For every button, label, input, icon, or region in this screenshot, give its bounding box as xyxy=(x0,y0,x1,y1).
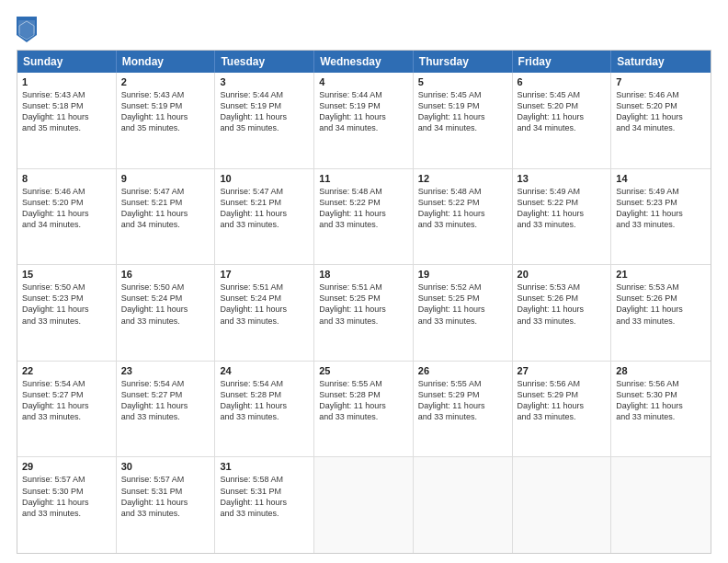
cal-cell-day-21: 21Sunrise: 5:53 AMSunset: 5:26 PMDayligh… xyxy=(611,265,711,361)
day-number: 3 xyxy=(220,76,309,87)
header-day-sunday: Sunday xyxy=(17,51,117,73)
day-number: 20 xyxy=(518,269,607,280)
day-number: 9 xyxy=(121,173,210,184)
day-number: 13 xyxy=(518,173,607,184)
day-number: 10 xyxy=(220,173,309,184)
day-number: 5 xyxy=(418,76,507,87)
day-number: 2 xyxy=(121,76,210,87)
day-number: 29 xyxy=(22,461,111,472)
cal-row-1: 1Sunrise: 5:43 AMSunset: 5:18 PMDaylight… xyxy=(17,73,711,168)
cell-info: Sunrise: 5:56 AMSunset: 5:30 PMDaylight:… xyxy=(616,378,706,423)
day-number: 15 xyxy=(22,269,111,280)
cell-info: Sunrise: 5:56 AMSunset: 5:29 PMDaylight:… xyxy=(518,378,607,423)
cal-cell-day-28: 28Sunrise: 5:56 AMSunset: 5:30 PMDayligh… xyxy=(611,362,711,457)
day-number: 14 xyxy=(616,173,706,184)
cal-cell-day-18: 18Sunrise: 5:51 AMSunset: 5:25 PMDayligh… xyxy=(314,265,414,361)
cal-cell-day-30: 30Sunrise: 5:57 AMSunset: 5:31 PMDayligh… xyxy=(117,457,216,553)
day-number: 12 xyxy=(418,173,507,184)
cal-cell-day-19: 19Sunrise: 5:52 AMSunset: 5:25 PMDayligh… xyxy=(414,265,513,361)
cal-cell-day-27: 27Sunrise: 5:56 AMSunset: 5:29 PMDayligh… xyxy=(513,362,612,457)
day-number: 1 xyxy=(22,76,111,87)
day-number: 24 xyxy=(220,365,309,376)
header-day-monday: Monday xyxy=(117,51,216,73)
cal-cell-day-15: 15Sunrise: 5:50 AMSunset: 5:23 PMDayligh… xyxy=(17,265,117,361)
day-number: 30 xyxy=(121,461,210,472)
logo xyxy=(17,17,40,42)
cell-info: Sunrise: 5:44 AMSunset: 5:19 PMDaylight:… xyxy=(319,89,408,134)
cal-cell-day-12: 12Sunrise: 5:48 AMSunset: 5:22 PMDayligh… xyxy=(414,169,513,265)
day-number: 6 xyxy=(518,76,607,87)
cell-info: Sunrise: 5:50 AMSunset: 5:24 PMDaylight:… xyxy=(121,282,210,327)
header-day-wednesday: Wednesday xyxy=(314,51,414,73)
cell-info: Sunrise: 5:46 AMSunset: 5:20 PMDaylight:… xyxy=(22,186,111,231)
cell-info: Sunrise: 5:45 AMSunset: 5:19 PMDaylight:… xyxy=(418,89,507,134)
cell-info: Sunrise: 5:54 AMSunset: 5:27 PMDaylight:… xyxy=(121,378,210,423)
cell-info: Sunrise: 5:52 AMSunset: 5:25 PMDaylight:… xyxy=(418,282,507,327)
cal-cell-day-25: 25Sunrise: 5:55 AMSunset: 5:28 PMDayligh… xyxy=(314,362,414,457)
cell-info: Sunrise: 5:54 AMSunset: 5:28 PMDaylight:… xyxy=(220,378,309,423)
cal-cell-day-13: 13Sunrise: 5:49 AMSunset: 5:22 PMDayligh… xyxy=(513,169,612,265)
cal-cell-day-17: 17Sunrise: 5:51 AMSunset: 5:24 PMDayligh… xyxy=(215,265,314,361)
cal-cell-day-11: 11Sunrise: 5:48 AMSunset: 5:22 PMDayligh… xyxy=(314,169,414,265)
logo-icon xyxy=(17,17,37,42)
day-number: 4 xyxy=(319,76,408,87)
day-number: 18 xyxy=(319,269,408,280)
cal-cell-day-31: 31Sunrise: 5:58 AMSunset: 5:31 PMDayligh… xyxy=(215,457,314,553)
cell-info: Sunrise: 5:50 AMSunset: 5:23 PMDaylight:… xyxy=(22,282,111,327)
cell-info: Sunrise: 5:48 AMSunset: 5:22 PMDaylight:… xyxy=(319,186,408,231)
day-number: 21 xyxy=(616,269,706,280)
cal-cell-day-16: 16Sunrise: 5:50 AMSunset: 5:24 PMDayligh… xyxy=(117,265,216,361)
day-number: 27 xyxy=(518,365,607,376)
cal-cell-day-8: 8Sunrise: 5:46 AMSunset: 5:20 PMDaylight… xyxy=(17,169,117,265)
page: SundayMondayTuesdayWednesdayThursdayFrid… xyxy=(0,0,728,563)
cell-info: Sunrise: 5:43 AMSunset: 5:19 PMDaylight:… xyxy=(121,89,210,134)
day-number: 19 xyxy=(418,269,507,280)
cal-cell-day-26: 26Sunrise: 5:55 AMSunset: 5:29 PMDayligh… xyxy=(414,362,513,457)
cal-row-3: 15Sunrise: 5:50 AMSunset: 5:23 PMDayligh… xyxy=(17,264,711,361)
cell-info: Sunrise: 5:58 AMSunset: 5:31 PMDaylight:… xyxy=(220,474,309,519)
day-number: 23 xyxy=(121,365,210,376)
calendar: SundayMondayTuesdayWednesdayThursdayFrid… xyxy=(17,50,711,554)
cell-info: Sunrise: 5:51 AMSunset: 5:25 PMDaylight:… xyxy=(319,282,408,327)
cal-cell-day-5: 5Sunrise: 5:45 AMSunset: 5:19 PMDaylight… xyxy=(414,73,513,168)
cal-row-4: 22Sunrise: 5:54 AMSunset: 5:27 PMDayligh… xyxy=(17,361,711,457)
cal-cell-day-24: 24Sunrise: 5:54 AMSunset: 5:28 PMDayligh… xyxy=(215,362,314,457)
cell-info: Sunrise: 5:48 AMSunset: 5:22 PMDaylight:… xyxy=(418,186,507,231)
cal-cell-day-9: 9Sunrise: 5:47 AMSunset: 5:21 PMDaylight… xyxy=(117,169,216,265)
cal-cell-day-14: 14Sunrise: 5:49 AMSunset: 5:23 PMDayligh… xyxy=(611,169,711,265)
cal-cell-day-1: 1Sunrise: 5:43 AMSunset: 5:18 PMDaylight… xyxy=(17,73,117,168)
cal-cell-day-3: 3Sunrise: 5:44 AMSunset: 5:19 PMDaylight… xyxy=(215,73,314,168)
cal-cell-day-2: 2Sunrise: 5:43 AMSunset: 5:19 PMDaylight… xyxy=(117,73,216,168)
day-number: 22 xyxy=(22,365,111,376)
cell-info: Sunrise: 5:45 AMSunset: 5:20 PMDaylight:… xyxy=(518,89,607,134)
cal-cell-day-7: 7Sunrise: 5:46 AMSunset: 5:20 PMDaylight… xyxy=(611,73,711,168)
header-day-saturday: Saturday xyxy=(611,51,711,73)
cal-cell-day-6: 6Sunrise: 5:45 AMSunset: 5:20 PMDaylight… xyxy=(513,73,612,168)
cal-cell-empty xyxy=(314,457,414,553)
cell-info: Sunrise: 5:55 AMSunset: 5:29 PMDaylight:… xyxy=(418,378,507,423)
cell-info: Sunrise: 5:57 AMSunset: 5:30 PMDaylight:… xyxy=(22,474,111,519)
cal-cell-empty xyxy=(611,457,711,553)
cal-cell-empty xyxy=(414,457,513,553)
cell-info: Sunrise: 5:57 AMSunset: 5:31 PMDaylight:… xyxy=(121,474,210,519)
cal-cell-day-29: 29Sunrise: 5:57 AMSunset: 5:30 PMDayligh… xyxy=(17,457,117,553)
cell-info: Sunrise: 5:53 AMSunset: 5:26 PMDaylight:… xyxy=(616,282,706,327)
cal-cell-day-4: 4Sunrise: 5:44 AMSunset: 5:19 PMDaylight… xyxy=(314,73,414,168)
cell-info: Sunrise: 5:44 AMSunset: 5:19 PMDaylight:… xyxy=(220,89,309,134)
cal-cell-day-22: 22Sunrise: 5:54 AMSunset: 5:27 PMDayligh… xyxy=(17,362,117,457)
day-number: 25 xyxy=(319,365,408,376)
cal-row-2: 8Sunrise: 5:46 AMSunset: 5:20 PMDaylight… xyxy=(17,168,711,265)
day-number: 8 xyxy=(22,173,111,184)
cal-cell-empty xyxy=(513,457,612,553)
header-day-tuesday: Tuesday xyxy=(215,51,314,73)
header-day-friday: Friday xyxy=(513,51,612,73)
cell-info: Sunrise: 5:55 AMSunset: 5:28 PMDaylight:… xyxy=(319,378,408,423)
cell-info: Sunrise: 5:49 AMSunset: 5:23 PMDaylight:… xyxy=(616,186,706,231)
cell-info: Sunrise: 5:43 AMSunset: 5:18 PMDaylight:… xyxy=(22,89,111,134)
calendar-body: 1Sunrise: 5:43 AMSunset: 5:18 PMDaylight… xyxy=(17,73,711,553)
header xyxy=(17,17,711,42)
header-day-thursday: Thursday xyxy=(414,51,513,73)
cell-info: Sunrise: 5:46 AMSunset: 5:20 PMDaylight:… xyxy=(616,89,706,134)
cell-info: Sunrise: 5:54 AMSunset: 5:27 PMDaylight:… xyxy=(22,378,111,423)
cal-cell-day-20: 20Sunrise: 5:53 AMSunset: 5:26 PMDayligh… xyxy=(513,265,612,361)
